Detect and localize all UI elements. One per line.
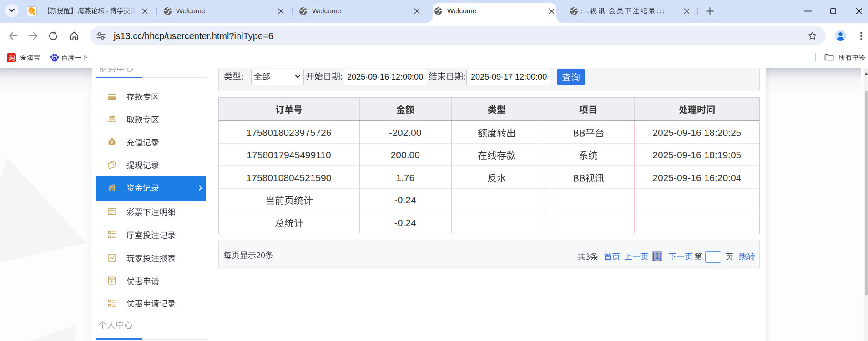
svg-text:du: du xyxy=(53,58,56,61)
